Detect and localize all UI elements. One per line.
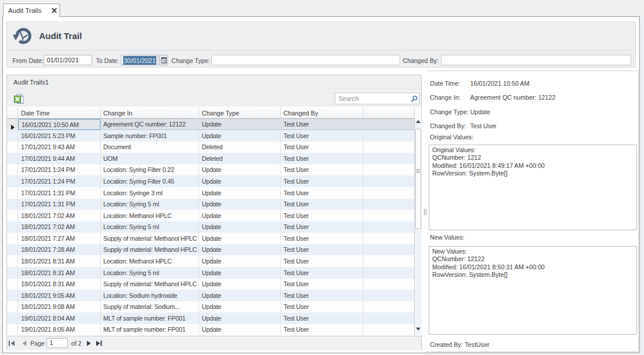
svg-text:15: 15: [162, 59, 166, 64]
